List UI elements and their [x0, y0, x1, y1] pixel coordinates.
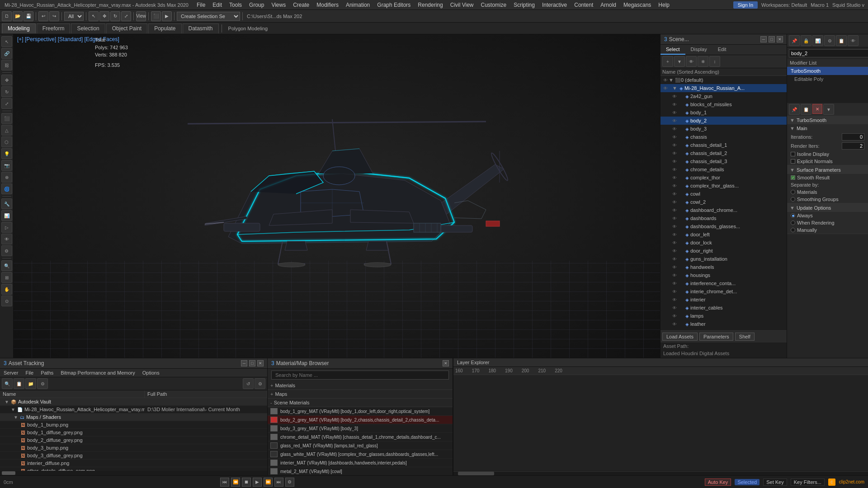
toolbar-mode-dropdown[interactable]: All: [64, 12, 84, 21]
menu-modifiers[interactable]: Modifiers: [313, 0, 342, 9]
left-btn-link[interactable]: 🔗: [1, 48, 12, 59]
menu-content[interactable]: Content: [571, 0, 597, 9]
asset-row-map4[interactable]: 🖼 body_3_bump.png: [0, 444, 267, 452]
scene-item-gun[interactable]: 👁 ◈ 2a42_gun: [660, 92, 787, 100]
scene-item-chrome[interactable]: 👁 ◈ chrome_details: [660, 165, 787, 174]
render-iters-input[interactable]: [842, 142, 864, 150]
scene-item-leather[interactable]: 👁 ◈ leather: [660, 320, 787, 328]
asset-row-map7[interactable]: 🖼 other_details_diffuse_cam.png: [0, 467, 267, 471]
left-btn-select[interactable]: ↖: [1, 36, 12, 47]
asset-maximize-btn[interactable]: □: [249, 360, 255, 366]
mod-copy-btn[interactable]: 📋: [801, 104, 811, 115]
scene-item-door-right[interactable]: 👁 ◈ door_right: [660, 247, 787, 255]
asset-tb4[interactable]: ⚙: [37, 378, 48, 389]
toolbar-render-frame[interactable]: ▶: [162, 11, 172, 21]
left-btn-geometry[interactable]: △: [1, 125, 12, 136]
mod-display-btn[interactable]: 👁: [848, 35, 859, 46]
tab-freeform[interactable]: Freeform: [37, 23, 71, 33]
asset-row-maps[interactable]: ▼ 🗂 Maps / Shaders: [0, 413, 267, 421]
tab-datasmith[interactable]: Datasmith: [183, 23, 219, 33]
mod-pin2-btn[interactable]: 📌: [789, 104, 800, 115]
mat-row-interier[interactable]: interier_MAT (VRayMtl) [dashboards,handw…: [268, 459, 453, 467]
tab-object-paint[interactable]: Object Paint: [106, 23, 147, 33]
mainfile-expand[interactable]: ▼: [11, 407, 15, 412]
asset-row-map2[interactable]: 🖼 body_1_diffuse_grey.png: [0, 429, 267, 436]
material-search-input[interactable]: [271, 371, 449, 380]
mat-row-body2[interactable]: body_2_grey_MAT (VRayMtl) [body_2,chassi…: [268, 416, 453, 424]
key-filters-btn[interactable]: Key Filters...: [791, 479, 825, 486]
scene-list[interactable]: 👁 ▼ ⬛ 0 (default) 👁 ▼ ◈ Mi-28_Havoc_Russ…: [660, 76, 787, 330]
scene-close-btn[interactable]: ✕: [777, 36, 783, 42]
scene-item-chassis[interactable]: 👁 ◈ chassis: [660, 133, 787, 141]
menu-animation[interactable]: Animation: [342, 0, 373, 9]
scene-item-dashboard-c[interactable]: 👁 ◈ dashboard_chrome...: [660, 206, 787, 214]
prev-start-btn[interactable]: ⏮: [220, 478, 229, 487]
isoline-checkbox[interactable]: [791, 152, 795, 156]
scene-item-interie-chrome[interactable]: 👁 ◈ interie_chrome_det...: [660, 287, 787, 296]
update-options-header[interactable]: ▼ Update Options: [787, 204, 868, 212]
asset-tb1[interactable]: 🔍: [2, 378, 13, 389]
scene-item-interier-cables[interactable]: 👁 ◈ interier_cables: [660, 304, 787, 312]
scene-tab-edit[interactable]: Edit: [712, 45, 732, 55]
scene-item-door-left[interactable]: 👁 ◈ door_left: [660, 230, 787, 239]
play-btn[interactable]: ▶: [253, 478, 262, 487]
scene-item-body3[interactable]: 👁 ◈ body_3: [660, 125, 787, 133]
toolbar-render[interactable]: ⬛: [151, 11, 161, 21]
left-btn-scale[interactable]: ⤢: [1, 98, 12, 109]
sign-in-button[interactable]: Sign In: [733, 1, 758, 9]
toolbar-save[interactable]: 💾: [24, 11, 33, 21]
mat-row-chrome[interactable]: chrome_detail_MAT (VRayMtl) [chassis_det…: [268, 433, 453, 441]
stop-btn[interactable]: ⏹: [242, 478, 251, 487]
mod-history-btn[interactable]: 📋: [836, 35, 847, 46]
menu-interactive[interactable]: Interactive: [538, 0, 571, 9]
set-key-btn[interactable]: Set Key: [763, 479, 787, 486]
scene-item-body2[interactable]: 👁 ◈ body_2: [660, 117, 787, 125]
menu-customize[interactable]: Customize: [477, 0, 510, 9]
menu-scripting[interactable]: Scripting: [510, 0, 538, 9]
scene-item-lamps[interactable]: 👁 ◈ lamps: [660, 312, 787, 320]
scene-tab-select[interactable]: Select: [660, 45, 685, 55]
mat-section-maps[interactable]: + Maps: [268, 390, 453, 399]
left-btn-orbit[interactable]: ⊙: [1, 296, 12, 306]
mat-section-scene[interactable]: - Scene Materials: [268, 399, 453, 407]
vault-expand[interactable]: ▼: [5, 399, 9, 404]
viewport[interactable]: [+] [Perspective] [Standard] [Edged Face…: [14, 34, 660, 358]
tab-selection[interactable]: Selection: [71, 23, 105, 33]
left-btn-spacewarps[interactable]: 🌀: [1, 183, 12, 194]
left-btn-shapes[interactable]: ⬡: [1, 136, 12, 147]
asset-menu-paths[interactable]: Paths: [37, 369, 57, 377]
scene-item-interference[interactable]: 👁 ◈ interference_conta...: [660, 279, 787, 287]
scene-item-cowl[interactable]: 👁 ◈ cowl: [660, 190, 787, 198]
left-btn-hierarchy[interactable]: 📊: [1, 210, 12, 221]
scene-filter-btn[interactable]: ▼: [674, 56, 685, 67]
mod-lock-btn[interactable]: 🔒: [801, 35, 811, 46]
mat-row-body3[interactable]: body_3_grey_MAT (VRayMtl) [body_3]: [268, 424, 453, 433]
scene-item-interier[interactable]: 👁 ◈ interier: [660, 296, 787, 304]
toolbar-scale[interactable]: ⤢: [121, 11, 131, 21]
layer-timeline[interactable]: 160 170 180 190 200 210 220: [453, 367, 868, 471]
left-btn-rotate[interactable]: ↻: [1, 86, 12, 97]
scene-item-guns[interactable]: 👁 ◈ guns_installation: [660, 255, 787, 263]
mod-params-btn[interactable]: ⚙: [824, 35, 835, 46]
tab-modeling[interactable]: Modeling: [2, 23, 36, 33]
layer-scrollbar[interactable]: [453, 471, 868, 475]
scene-item-housings[interactable]: 👁 ◈ housings: [660, 271, 787, 279]
smooth-result-checkbox[interactable]: ✓: [791, 175, 795, 180]
menu-edit[interactable]: Edit: [209, 0, 226, 9]
scene-item-dashboards-g[interactable]: 👁 ◈ dashboards_glasses...: [660, 222, 787, 230]
left-btn-utilities[interactable]: ⚙: [1, 245, 12, 256]
maps-expand[interactable]: ▼: [14, 415, 18, 420]
left-btn-cameras[interactable]: 📷: [1, 160, 12, 171]
scene-hide-btn[interactable]: 👁: [686, 56, 697, 67]
toolbar-open[interactable]: 📂: [13, 11, 23, 21]
scene-item-dashboards[interactable]: 👁 ◈ dashboards: [660, 214, 787, 222]
scene-item-chassis-d2[interactable]: 👁 ◈ chassis_detail_2: [660, 149, 787, 157]
left-btn-zoom-all[interactable]: ⊞: [1, 272, 12, 283]
mod-pin-btn[interactable]: 📌: [789, 35, 800, 46]
asset-tb3[interactable]: 📁: [25, 378, 36, 389]
always-radio[interactable]: [791, 213, 795, 218]
menu-megascans[interactable]: Megascans: [620, 0, 655, 9]
next-frame-btn[interactable]: ⏩: [264, 478, 273, 487]
tab-populate[interactable]: Populate: [148, 23, 181, 33]
smoothing-groups-radio[interactable]: [791, 197, 795, 202]
